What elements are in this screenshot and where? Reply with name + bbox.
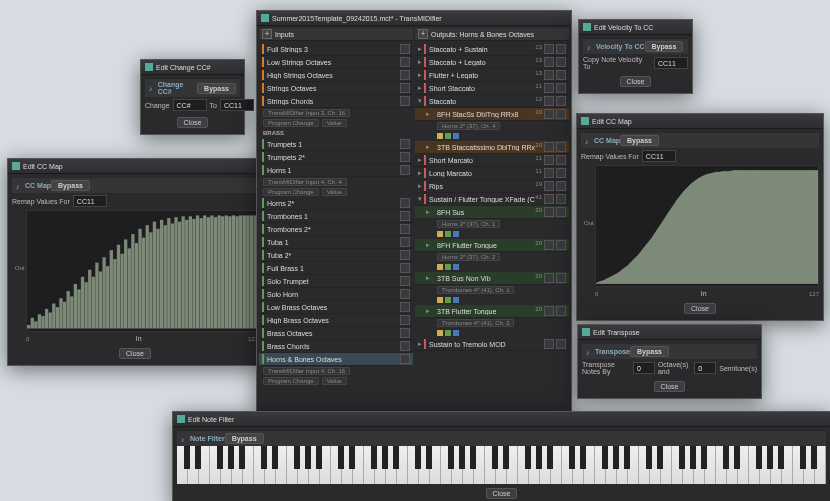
input-item[interactable]: Solo Horn [259, 288, 413, 301]
black-key[interactable] [503, 446, 509, 469]
black-key[interactable] [701, 446, 707, 469]
white-key[interactable] [595, 446, 606, 484]
black-key[interactable] [371, 446, 377, 469]
item-toggle[interactable] [544, 306, 554, 316]
item-toggle[interactable] [544, 273, 554, 283]
input-item[interactable]: Trombones 1 [259, 210, 413, 223]
output-item[interactable]: ▸Rips19 [415, 180, 569, 193]
black-key[interactable] [448, 446, 454, 469]
expand-icon[interactable]: ▸ [418, 169, 422, 177]
item-toggle[interactable] [400, 276, 410, 286]
black-key[interactable] [415, 446, 421, 469]
output-item[interactable]: ▸8FH Flutter Tongue20 [415, 239, 569, 252]
output-item[interactable]: ▸Staccato + Legato13 [415, 56, 569, 69]
sub-value[interactable]: Value [322, 377, 347, 385]
output-item[interactable]: ▸Short Staccato11 [415, 82, 569, 95]
white-key[interactable] [364, 446, 375, 484]
item-toggle[interactable] [556, 339, 566, 349]
item-toggle[interactable] [400, 263, 410, 273]
white-key[interactable] [331, 446, 342, 484]
from-cc-field[interactable]: CC# [173, 99, 207, 111]
sub-row[interactable]: Trombones 4* (41), Ch. 1 [415, 285, 569, 295]
black-key[interactable] [294, 446, 300, 469]
sub-row[interactable]: Horns 2* (37), Ch. 4 [415, 121, 569, 131]
titlebar[interactable]: Edit Note Filter [173, 412, 830, 427]
sub-row[interactable]: Program ChangeValue [259, 187, 413, 197]
black-key[interactable] [756, 446, 762, 469]
black-key[interactable] [778, 446, 784, 469]
item-toggle[interactable] [556, 44, 566, 54]
black-key[interactable] [184, 446, 190, 469]
black-key[interactable] [217, 446, 223, 469]
item-toggle[interactable] [400, 354, 410, 364]
white-key[interactable] [716, 446, 727, 484]
ctl-chip[interactable] [437, 330, 443, 336]
item-toggle[interactable] [400, 152, 410, 162]
input-item[interactable]: Brass Chords [259, 340, 413, 353]
black-key[interactable] [602, 446, 608, 469]
item-toggle[interactable] [544, 207, 554, 217]
item-toggle[interactable] [400, 237, 410, 247]
bypass-button[interactable]: Bypass [197, 83, 236, 94]
cc-map-chart[interactable]: Out [595, 165, 819, 287]
input-item[interactable]: Brass Octaves [259, 327, 413, 340]
black-key[interactable] [261, 446, 267, 469]
close-button[interactable]: Close [620, 76, 652, 87]
piano-keyboard[interactable] [177, 446, 826, 484]
input-item[interactable]: Full Strings 3 [259, 43, 413, 56]
expand-icon[interactable]: ▸ [418, 156, 422, 164]
white-key[interactable] [485, 446, 496, 484]
item-toggle[interactable] [556, 181, 566, 191]
black-key[interactable] [459, 446, 465, 469]
black-key[interactable] [305, 446, 311, 469]
black-key[interactable] [690, 446, 696, 469]
item-toggle[interactable] [544, 109, 554, 119]
expand-icon[interactable]: ▾ [418, 195, 422, 203]
white-key[interactable] [639, 446, 650, 484]
item-toggle[interactable] [544, 194, 554, 204]
input-item[interactable]: Low Brass Octaves [259, 301, 413, 314]
ctl-chip[interactable] [445, 264, 451, 270]
input-item[interactable]: Trombones 2* [259, 223, 413, 236]
ctl-chip[interactable] [437, 133, 443, 139]
white-key[interactable] [749, 446, 760, 484]
white-key[interactable] [254, 446, 265, 484]
white-key[interactable] [441, 446, 452, 484]
item-toggle[interactable] [556, 57, 566, 67]
black-key[interactable] [338, 446, 344, 469]
ctl-chip[interactable] [445, 133, 451, 139]
ctl-chip[interactable] [453, 231, 459, 237]
titlebar[interactable]: Summer2015Template_09242015.mct* - Trans… [257, 11, 571, 26]
item-toggle[interactable] [556, 240, 566, 250]
expand-icon[interactable]: ▸ [426, 143, 430, 151]
output-item[interactable]: ▸3TB Staccatissimo DblTng RRx920 [415, 141, 569, 154]
sub-row[interactable]: TransMIDIfier Input 3, Ch. 16 [259, 108, 413, 118]
item-toggle[interactable] [544, 168, 554, 178]
item-toggle[interactable] [400, 139, 410, 149]
output-item[interactable]: ▾Sustain / Flutter Tongue XFade (CC20)41 [415, 193, 569, 206]
input-item[interactable]: Trumpets 1 [259, 138, 413, 151]
close-button[interactable]: Close [684, 303, 716, 314]
item-toggle[interactable] [556, 168, 566, 178]
black-key[interactable] [239, 446, 245, 469]
output-item[interactable]: ▸Short Marcato11 [415, 154, 569, 167]
item-toggle[interactable] [544, 83, 554, 93]
black-key[interactable] [624, 446, 630, 469]
output-item[interactable]: ▸Long Marcato11 [415, 167, 569, 180]
bypass-button[interactable]: Bypass [645, 41, 684, 52]
item-toggle[interactable] [400, 165, 410, 175]
black-key[interactable] [393, 446, 399, 469]
ctl-chip[interactable] [437, 231, 443, 237]
ctl-chip[interactable] [453, 264, 459, 270]
input-item[interactable]: Tuba 2* [259, 249, 413, 262]
output-item[interactable]: ▸Staccato + Sustain13 [415, 43, 569, 56]
item-toggle[interactable] [556, 207, 566, 217]
expand-icon[interactable]: ▸ [426, 274, 430, 282]
sub-row[interactable]: TransMIDIfier Input 4, Ch. 16 [259, 366, 413, 376]
input-item[interactable]: Solo Trumpet [259, 275, 413, 288]
item-toggle[interactable] [544, 70, 554, 80]
titlebar[interactable]: Edit Velocity To CC [579, 20, 692, 35]
output-item[interactable]: ▸8FH StacSs DblTng RRx820 [415, 108, 569, 121]
black-key[interactable] [547, 446, 553, 469]
remap-cc-field[interactable]: CC11 [642, 150, 676, 162]
